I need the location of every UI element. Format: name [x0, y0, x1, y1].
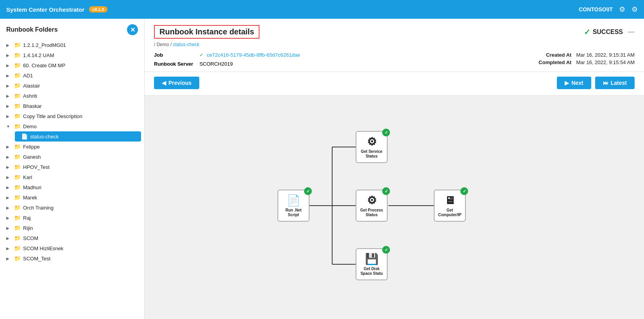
breadcrumb-link[interactable]: status-check — [173, 42, 199, 47]
job-check-icon: ✓ — [199, 52, 204, 58]
node-label: Get ProcessStatus — [360, 208, 383, 217]
sidebar-item-60om[interactable]: ▶ 📁 60. Create OM MP — [0, 60, 144, 70]
chevron-right-icon: ▶ — [6, 185, 12, 190]
folder-icon: 📁 — [14, 52, 21, 58]
sidebar-item-ganesh[interactable]: ▶ 📁 Ganesh — [0, 152, 144, 162]
sidebar-item-marek[interactable]: ▶ 📁 Marek — [0, 192, 144, 203]
sidebar-item-label: HPOV_Test — [23, 164, 50, 170]
folder-icon: 📁 — [14, 215, 21, 221]
chevron-right-icon: ▶ — [6, 256, 12, 261]
folder-icon: 📁 — [14, 235, 21, 241]
version-badge: v0.1.0 — [89, 6, 107, 13]
sidebar-item-raj[interactable]: ▶ 📁 Raj — [0, 213, 144, 223]
created-at-row: Created At Mar 16, 2022, 9:15:31 AM — [538, 52, 635, 58]
chevron-right-icon: ▶ — [6, 43, 12, 47]
sidebar-item-label: Felippe — [23, 144, 40, 150]
chevron-right-icon: ▶ — [6, 104, 12, 108]
diagram-area: ✓ 📄 Run .NetScript ✓ ⚙ Get ServiceStatus… — [145, 96, 644, 319]
sidebar-item-scomtest[interactable]: ▶ 📁 SCOM_Test — [0, 253, 144, 263]
sidebar-item-statuscheck[interactable]: 📄 status-check — [15, 131, 141, 142]
node-get-computer-ip[interactable]: ✓ 🖥 Get Computer/IP — [434, 190, 466, 222]
nav-buttons: ◀ Previous ▶ Next ⏭ Latest — [154, 77, 635, 89]
file-icon: 📄 — [21, 133, 28, 140]
sidebar-item-karl[interactable]: ▶ 📁 Karl — [0, 172, 144, 182]
chevron-right-icon: ▶ — [6, 165, 12, 169]
sidebar-item-label: 60. Create OM MP — [23, 63, 65, 68]
folder-icon: 📁 — [14, 194, 21, 201]
chevron-right-icon: ▶ — [6, 155, 12, 159]
folder-icon: 📁 — [14, 72, 21, 79]
topnav-right: CONTOSO\IT ⚙ ⚙ — [579, 5, 638, 14]
folder-icon: 📁 — [14, 204, 21, 211]
node-icon: 🖥 — [444, 194, 455, 207]
sidebar-item-1414[interactable]: ▶ 📁 1.4.14.2 UAM — [0, 50, 144, 60]
chevron-right-icon: ▶ — [6, 53, 12, 57]
separator — [145, 72, 644, 72]
sidebar-item-copytitle[interactable]: ▶ 📁 Copy Title and Description — [0, 111, 144, 121]
sidebar-close-button[interactable]: ✕ — [127, 24, 138, 35]
previous-button[interactable]: ◀ Previous — [154, 77, 199, 89]
sidebar-item-hpov[interactable]: ▶ 📁 HPOV_Test — [0, 162, 144, 172]
folder-icon: 📁 — [14, 245, 21, 251]
sidebar-item-ad1[interactable]: ▶ 📁 AD1 — [0, 70, 144, 81]
main-layout: Runbook Folders ✕ ▶ 📁 1.2.1.2_ProdMG01 ▶… — [0, 19, 644, 319]
sidebar-item-1212[interactable]: ▶ 📁 1.2.1.2_ProdMG01 — [0, 40, 144, 50]
sidebar-item-felippe[interactable]: ▶ 📁 Felippe — [0, 142, 144, 152]
created-at-label: Created At — [546, 52, 571, 58]
folder-icon: 📁 — [14, 103, 21, 109]
sidebar-item-scom[interactable]: ▶ 📁 SCOM — [0, 233, 144, 243]
breadcrumb: / Demo / status-check — [154, 42, 635, 47]
sidebar-item-label: Rijin — [23, 225, 33, 231]
nav-right-buttons: ▶ Next ⏭ Latest — [557, 77, 635, 89]
node-icon: ⚙ — [367, 135, 377, 148]
sidebar-item-rijin[interactable]: ▶ 📁 Rijin — [0, 223, 144, 233]
folder-icon: 📁 — [14, 184, 21, 190]
chevron-right-icon: ▶ — [6, 206, 12, 210]
folder-icon: 📁 — [14, 123, 21, 129]
node-get-service-status[interactable]: ✓ ⚙ Get ServiceStatus — [356, 131, 388, 163]
folder-icon: 📁 — [14, 143, 21, 150]
folder-icon: 📁 — [14, 42, 21, 48]
chevron-right-icon: ▶ — [6, 63, 12, 68]
sidebar-item-label: Alastair — [23, 83, 40, 89]
gear-icon[interactable]: ⚙ — [631, 5, 638, 14]
node-label: Get Computer/IP — [436, 208, 463, 217]
page-title: Runbook Instance details — [154, 25, 259, 39]
sidebar-item-label: SCOM_Test — [23, 256, 50, 262]
settings-icon[interactable]: ⚙ — [619, 5, 625, 14]
sidebar-item-bhaskar[interactable]: ▶ 📁 Bhaskar — [0, 101, 144, 111]
sidebar: Runbook Folders ✕ ▶ 📁 1.2.1.2_ProdMG01 ▶… — [0, 19, 145, 319]
success-check-icon: ✓ — [584, 27, 590, 37]
sidebar-item-label: Madhuri — [23, 185, 41, 190]
minimize-icon[interactable]: — — [628, 28, 635, 36]
job-id-link[interactable]: ce72c416-5179-45db-8ffb-65d7c6261dae — [207, 52, 300, 58]
sidebar-item-ashriti[interactable]: ▶ 📁 Ashriti — [0, 91, 144, 101]
sidebar-item-label: Bhaskar — [23, 103, 42, 109]
next-button[interactable]: ▶ Next — [557, 77, 591, 89]
chevron-right-icon: ▶ — [6, 145, 12, 149]
node-get-process-status[interactable]: ✓ ⚙ Get ProcessStatus — [356, 190, 388, 222]
topnav-left: System Center Orchestrator v0.1.0 — [6, 6, 107, 13]
sidebar-item-label: SCOM HizliEsnek — [23, 246, 63, 251]
sidebar-item-orch[interactable]: ▶ 📁 Orch Training — [0, 203, 144, 213]
folder-icon: 📁 — [14, 93, 21, 99]
folder-icon: 📁 — [14, 174, 21, 180]
chevron-right-icon: ▶ — [6, 175, 12, 179]
folder-icon: 📁 — [14, 62, 21, 68]
chevron-right-icon: ▶ — [6, 114, 12, 118]
sidebar-item-madhuri[interactable]: ▶ 📁 Madhuri — [0, 182, 144, 192]
node-run-net-script[interactable]: ✓ 📄 Run .NetScript — [277, 190, 309, 222]
latest-button[interactable]: ⏭ Latest — [595, 77, 635, 89]
node-get-disk-space[interactable]: ✓ 💾 Get DiskSpace Statu — [356, 248, 388, 280]
topnav-user: CONTOSO\IT — [579, 6, 613, 13]
sidebar-item-label: 1.2.1.2_ProdMG01 — [23, 42, 66, 48]
completed-at-value: Mar 16, 2022, 9:15:54 AM — [576, 59, 635, 65]
sidebar-item-scomhizli[interactable]: ▶ 📁 SCOM HizliEsnek — [0, 243, 144, 253]
sidebar-item-label: Ashriti — [23, 93, 37, 99]
sidebar-item-demo[interactable]: ▼ 📁 Demo — [0, 121, 144, 131]
sidebar-item-alastair[interactable]: ▶ 📁 Alastair — [0, 81, 144, 91]
folder-icon: 📁 — [14, 113, 21, 119]
detail-dates: Created At Mar 16, 2022, 9:15:31 AM Comp… — [538, 52, 635, 65]
success-check-badge: ✓ — [382, 246, 390, 254]
folder-icon: 📁 — [14, 82, 21, 89]
